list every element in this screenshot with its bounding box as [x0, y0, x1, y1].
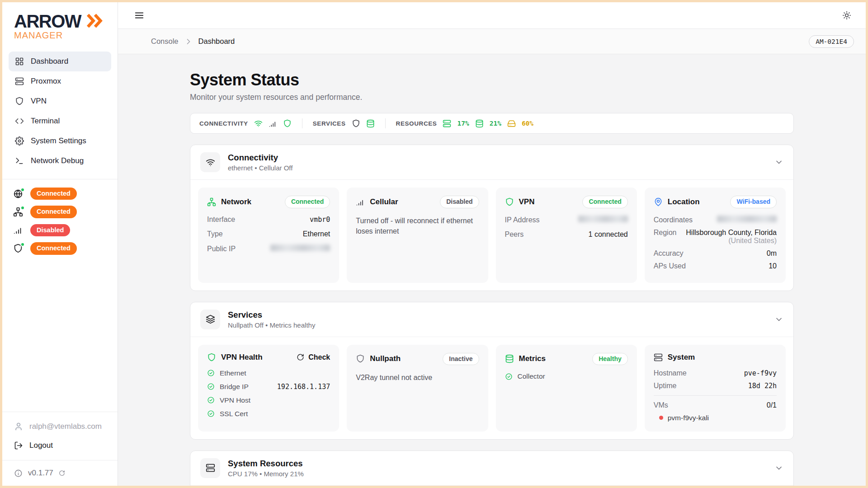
network-nodes-icon: [207, 197, 216, 206]
panel-subtitle: Nullpath Off • Metrics healthy: [228, 321, 315, 329]
sidebar-item-vpn[interactable]: VPN: [9, 91, 111, 111]
shield-icon: [15, 97, 24, 106]
online-dot: [20, 206, 25, 210]
check-circle-icon: [207, 396, 215, 404]
aps-used-value: 10: [769, 262, 777, 270]
cellular-card: Cellular Disabled Turned off - will reco…: [347, 188, 488, 283]
sidebar-status-list: Connected Connected Disabled Connected: [2, 179, 118, 265]
status-badge: Disabled: [440, 196, 479, 208]
sun-icon: [842, 11, 851, 20]
status-badge: Connected: [30, 188, 77, 200]
signal-bars-icon: [269, 119, 277, 128]
status-badge: Connected: [30, 242, 77, 254]
shield-icon: [283, 119, 292, 128]
app-window: ARROW MANAGER Dashboard Proxmox VPN: [2, 2, 866, 486]
breadcrumb-current: Dashboard: [198, 37, 235, 46]
device-id-badge: AM-021E4: [809, 35, 854, 48]
content-scroll-area[interactable]: System Status Monitor your system resour…: [118, 54, 866, 486]
sidebar-item-label: Terminal: [31, 117, 60, 126]
check-circle-icon: [505, 373, 513, 380]
signal-bars-icon: [356, 197, 365, 206]
page-subtitle: Monitor your system resources and perfor…: [190, 93, 794, 102]
services-panel-header[interactable]: Services Nullpath Off • Metrics healthy: [190, 302, 793, 337]
nullpath-card: Nullpath Inactive V2Ray tunnel not activ…: [347, 345, 488, 432]
logout-icon: [14, 441, 23, 450]
refresh-icon[interactable]: [59, 470, 65, 476]
check-button-label: Check: [308, 353, 330, 361]
globe-icon: [13, 189, 23, 199]
check-row: Collector: [505, 372, 628, 380]
check-row: SSL Cert: [207, 410, 330, 418]
check-circle-icon: [207, 383, 215, 390]
cellular-note: Turned off - will reconnect if ethernet …: [356, 216, 479, 236]
type-value: Ethernet: [303, 230, 330, 238]
field-label: Accuracy: [654, 249, 684, 258]
location-card: Location WiFi-based Coordinates Region H…: [645, 188, 786, 283]
database-icon: [475, 119, 484, 128]
field-label: APs Used: [654, 262, 686, 270]
field-label: Hostname: [654, 369, 687, 377]
chevron-down-icon[interactable]: [774, 464, 783, 473]
sidebar-item-network-debug[interactable]: Network Debug: [9, 151, 111, 171]
logout-button[interactable]: Logout: [14, 441, 106, 450]
database-icon: [505, 354, 514, 363]
map-pin-icon: [654, 197, 663, 206]
uptime-value: 18d 22h: [748, 382, 777, 390]
gear-icon: [15, 136, 24, 145]
vpn-health-card: VPN Health Check Ethernet Bridge IP192.1…: [198, 345, 339, 432]
sidebar-toggle-button[interactable]: [134, 10, 144, 20]
sidebar-item-proxmox[interactable]: Proxmox: [9, 71, 111, 91]
breadcrumb-console[interactable]: Console: [151, 37, 179, 46]
connectivity-panel-header[interactable]: Connectivity ethernet • Cellular Off: [190, 145, 793, 180]
card-title: Nullpath: [370, 354, 401, 363]
layers-icon-box: [200, 310, 220, 329]
status-badge: Connected: [582, 196, 627, 208]
server-icon: [15, 77, 24, 86]
code-icon: [15, 117, 24, 126]
card-title: System: [668, 353, 695, 362]
wifi-icon: [206, 158, 215, 167]
sidebar-item-label: VPN: [31, 97, 47, 106]
redacted-vpn-ip: [578, 216, 628, 222]
breadcrumb: Console Dashboard: [151, 37, 235, 46]
chevron-down-icon[interactable]: [774, 315, 783, 324]
shield-icon: [356, 354, 365, 363]
server-icon-box: [200, 458, 220, 478]
vms-count: 0/1: [767, 401, 777, 409]
version-row: v0.1.77: [2, 460, 118, 486]
server-icon: [206, 463, 215, 473]
online-dot: [20, 188, 25, 192]
field-label: Region: [654, 229, 677, 237]
status-strip: CONNECTIVITY SERVICES RESOURCES 17% 21%: [190, 113, 794, 134]
divider: [385, 118, 386, 128]
check-circle-icon: [207, 369, 215, 377]
check-row: Ethernet: [207, 369, 330, 377]
panel-title: System Resources: [228, 459, 304, 469]
user-icon: [14, 422, 23, 431]
sidebar-item-dashboard[interactable]: Dashboard: [9, 52, 111, 71]
status-badge: Disabled: [30, 224, 70, 236]
system-resources-panel-header[interactable]: System Resources CPU 17% • Memory 21%: [190, 451, 793, 486]
status-badge: Inactive: [443, 353, 479, 366]
info-icon: [14, 469, 23, 478]
sidebar-item-system-settings[interactable]: System Settings: [9, 131, 111, 151]
hard-drive-icon: [507, 119, 516, 128]
brand-name: ARROW: [14, 12, 81, 30]
theme-toggle-button[interactable]: [842, 11, 851, 20]
system-card: System Hostnamepve-f9vy Uptime18d 22h VM…: [645, 345, 786, 432]
online-dot: [20, 242, 25, 247]
shield-icon: [505, 197, 514, 206]
status-badge: Healthy: [592, 353, 628, 366]
wifi-icon-box: [200, 152, 220, 172]
services-label: SERVICES: [313, 120, 346, 127]
sidebar-item-terminal[interactable]: Terminal: [9, 111, 111, 131]
vm-name: pvm-f9vy-kali: [668, 414, 709, 422]
check-button[interactable]: Check: [297, 353, 330, 361]
page-title: System Status: [190, 70, 794, 89]
accuracy-value: 0m: [767, 249, 777, 258]
chevron-down-icon[interactable]: [774, 158, 783, 167]
wifi-icon: [254, 119, 263, 128]
status-badge: Connected: [30, 206, 77, 218]
shield-icon: [13, 244, 23, 253]
brand-double-chevron-icon: [85, 13, 104, 28]
